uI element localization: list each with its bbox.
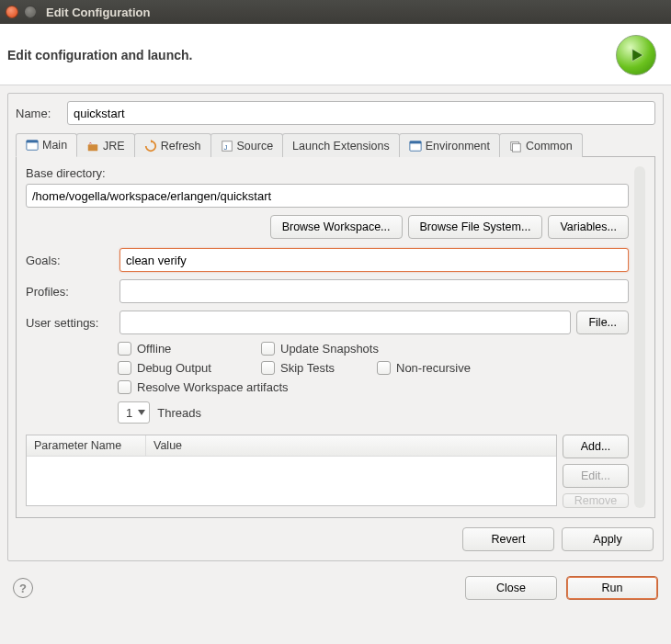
tab-environment-label: Environment (426, 140, 490, 153)
dialog-title: Edit configuration and launch. (7, 48, 616, 62)
chevron-down-icon (138, 410, 145, 415)
tab-content-main: Base directory: Browse Workspace... Brow… (16, 157, 655, 518)
browse-workspace-button[interactable]: Browse Workspace... (270, 215, 403, 239)
close-button[interactable]: Close (465, 576, 557, 600)
svg-marker-0 (632, 49, 643, 61)
threads-label: Threads (157, 406, 201, 420)
tab-main-label: Main (42, 139, 67, 152)
col-value[interactable]: Value (146, 435, 556, 456)
environment-tab-icon (409, 140, 422, 153)
update-snapshots-checkbox[interactable] (261, 342, 275, 356)
threads-value: 1 (126, 406, 132, 420)
close-window-button[interactable] (6, 6, 18, 18)
tab-jre[interactable]: JRE (76, 133, 135, 157)
config-panel: Name: Main JRE Refresh J Source Launch E… (7, 93, 664, 561)
svg-rect-3 (88, 144, 98, 151)
remove-parameter-button: Remove (563, 493, 629, 508)
parameters-table[interactable]: Parameter Name Value (26, 435, 557, 506)
tab-source[interactable]: J Source (210, 133, 284, 157)
tab-refresh[interactable]: Refresh (134, 133, 211, 157)
help-icon[interactable]: ? (13, 578, 33, 598)
profiles-label: Profiles: (26, 285, 112, 299)
svg-rect-10 (512, 143, 520, 152)
debug-output-checkbox[interactable] (118, 361, 131, 375)
debug-output-label: Debug Output (137, 361, 211, 375)
source-tab-icon: J (221, 140, 233, 153)
offline-label: Offline (137, 342, 171, 356)
threads-spinner[interactable]: 1 (118, 401, 150, 424)
dialog-footer: ? Close Run (0, 569, 671, 613)
resolve-workspace-label: Resolve Workspace artifacts (137, 380, 289, 394)
name-input[interactable] (67, 101, 655, 125)
dialog-header: Edit configuration and launch. (0, 24, 671, 85)
offline-checkbox[interactable] (118, 342, 131, 356)
name-label: Name: (16, 107, 60, 120)
user-settings-input[interactable] (119, 311, 571, 334)
titlebar: Edit Configuration (0, 0, 671, 24)
apply-button[interactable]: Apply (562, 527, 654, 551)
tab-source-label: Source (237, 140, 274, 153)
table-header: Parameter Name Value (27, 435, 556, 457)
non-recursive-label: Non-recursive (396, 361, 471, 375)
svg-marker-11 (138, 410, 145, 415)
run-button[interactable]: Run (566, 576, 658, 600)
tab-refresh-label: Refresh (161, 140, 201, 153)
tab-environment[interactable]: Environment (399, 133, 500, 157)
base-dir-label: Base directory: (26, 166, 629, 180)
common-tab-icon (509, 140, 522, 153)
variables-button[interactable]: Variables... (548, 215, 629, 239)
user-settings-file-button[interactable]: File... (576, 311, 629, 334)
tab-common[interactable]: Common (499, 133, 583, 157)
tab-launch-ext-label: Launch Extensions (292, 140, 390, 153)
profiles-input[interactable] (119, 279, 629, 303)
vertical-scrollbar[interactable] (634, 166, 645, 508)
svg-rect-2 (27, 141, 38, 143)
goals-input[interactable] (119, 248, 629, 272)
user-settings-label: User settings: (26, 316, 112, 330)
browse-filesystem-button[interactable]: Browse File System... (408, 215, 543, 239)
minimize-window-button[interactable] (24, 6, 37, 18)
run-icon (616, 35, 656, 75)
tab-bar: Main JRE Refresh J Source Launch Extensi… (16, 132, 655, 157)
tab-main[interactable]: Main (16, 133, 77, 157)
main-tab-icon (26, 139, 39, 152)
goals-label: Goals: (26, 254, 112, 267)
update-snapshots-label: Update Snapshots (280, 342, 379, 356)
svg-text:J: J (223, 142, 227, 151)
tab-launch-extensions[interactable]: Launch Extensions (282, 133, 400, 157)
resolve-workspace-checkbox[interactable] (118, 380, 131, 394)
add-parameter-button[interactable]: Add... (563, 435, 629, 458)
edit-parameter-button: Edit... (563, 464, 629, 488)
tab-common-label: Common (526, 140, 573, 153)
tab-jre-label: JRE (103, 140, 125, 153)
revert-button[interactable]: Revert (462, 527, 554, 551)
svg-rect-8 (410, 141, 421, 143)
non-recursive-checkbox[interactable] (377, 361, 391, 375)
base-dir-input[interactable] (26, 184, 629, 208)
skip-tests-checkbox[interactable] (261, 361, 275, 375)
refresh-tab-icon (144, 140, 157, 153)
skip-tests-label: Skip Tests (280, 361, 335, 375)
jre-tab-icon (86, 140, 99, 153)
window-title: Edit Configuration (46, 6, 150, 19)
col-parameter-name[interactable]: Parameter Name (27, 435, 146, 456)
